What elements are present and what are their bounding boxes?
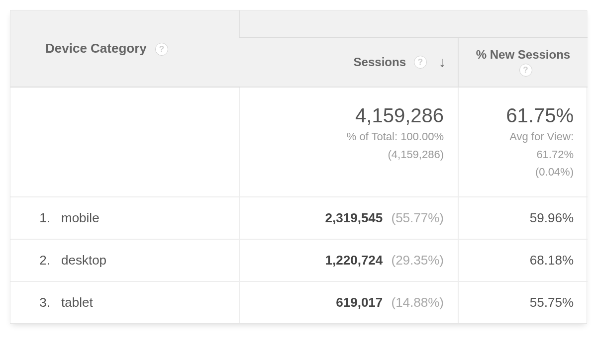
help-icon[interactable]: ? <box>414 56 427 69</box>
metrics-group-header <box>239 10 588 37</box>
row-new-sessions-value: 68.18% <box>530 253 574 268</box>
summary-sessions-sub1: % of Total: 100.00% <box>254 129 444 144</box>
row-sessions-value: 619,017 <box>336 295 383 310</box>
report-table: Device Category ? Sessions ? ↓ % New Ses… <box>10 10 588 323</box>
row-sessions-pct: (55.77%) <box>392 210 444 225</box>
help-icon[interactable]: ? <box>155 43 168 56</box>
device-category-report: Device Category ? Sessions ? ↓ % New Ses… <box>10 10 587 324</box>
summary-new-sessions-value: 61.75% <box>473 104 574 126</box>
table-row[interactable]: 2. desktop 1,220,724 (29.35%) 68.18% <box>10 239 588 281</box>
dimension-cell: 1. mobile <box>10 197 239 239</box>
summary-sessions-cell: 4,159,286 % of Total: 100.00% (4,159,286… <box>239 87 458 197</box>
row-new-sessions-cell: 59.96% <box>458 197 588 239</box>
summary-new-sessions-cell: 61.75% Avg for View: 61.72% (0.04%) <box>458 87 588 197</box>
summary-sessions-value: 4,159,286 <box>254 104 444 126</box>
row-label: tablet <box>61 295 93 310</box>
row-sessions-cell: 2,319,545 (55.77%) <box>239 197 458 239</box>
help-icon[interactable]: ? <box>519 64 532 77</box>
new-sessions-header[interactable]: % New Sessions ? <box>458 37 588 87</box>
summary-new-sessions-sub2: 61.72% <box>473 147 574 162</box>
summary-new-sessions-sub3: (0.04%) <box>473 165 574 180</box>
dimension-cell: 3. tablet <box>10 281 239 323</box>
row-new-sessions-cell: 55.75% <box>458 281 588 323</box>
data-rows: 1. mobile 2,319,545 (55.77%) 59.96% 2. <box>10 197 588 323</box>
row-new-sessions-value: 59.96% <box>530 210 574 225</box>
row-label: mobile <box>61 210 100 226</box>
sort-descending-icon[interactable]: ↓ <box>439 54 446 70</box>
new-sessions-header-label: % New Sessions <box>476 48 570 62</box>
row-sessions-pct: (14.88%) <box>392 295 444 310</box>
row-sessions-value: 1,220,724 <box>325 253 383 268</box>
dimension-header[interactable]: Device Category ? <box>10 10 239 87</box>
dimension-header-label: Device Category <box>45 41 147 56</box>
summary-sessions-sub2: (4,159,286) <box>254 147 444 162</box>
row-sessions-cell: 1,220,724 (29.35%) <box>239 239 458 281</box>
summary-row: 4,159,286 % of Total: 100.00% (4,159,286… <box>10 87 588 197</box>
dimension-cell: 2. desktop <box>10 239 239 281</box>
summary-dimension-cell <box>10 87 239 197</box>
row-new-sessions-cell: 68.18% <box>458 239 588 281</box>
row-rank: 1. <box>34 210 50 226</box>
sessions-header-label: Sessions <box>354 55 406 69</box>
table-row[interactable]: 1. mobile 2,319,545 (55.77%) 59.96% <box>10 197 588 239</box>
sessions-header[interactable]: Sessions ? ↓ <box>239 37 458 87</box>
row-new-sessions-value: 55.75% <box>530 295 574 310</box>
table-row[interactable]: 3. tablet 619,017 (14.88%) 55.75% <box>10 281 588 323</box>
row-rank: 2. <box>34 253 50 268</box>
row-sessions-value: 2,319,545 <box>325 210 383 225</box>
summary-new-sessions-sub1: Avg for View: <box>473 129 574 144</box>
row-sessions-cell: 619,017 (14.88%) <box>239 281 458 323</box>
row-sessions-pct: (29.35%) <box>392 253 444 268</box>
row-rank: 3. <box>34 295 50 310</box>
row-label: desktop <box>61 253 106 268</box>
